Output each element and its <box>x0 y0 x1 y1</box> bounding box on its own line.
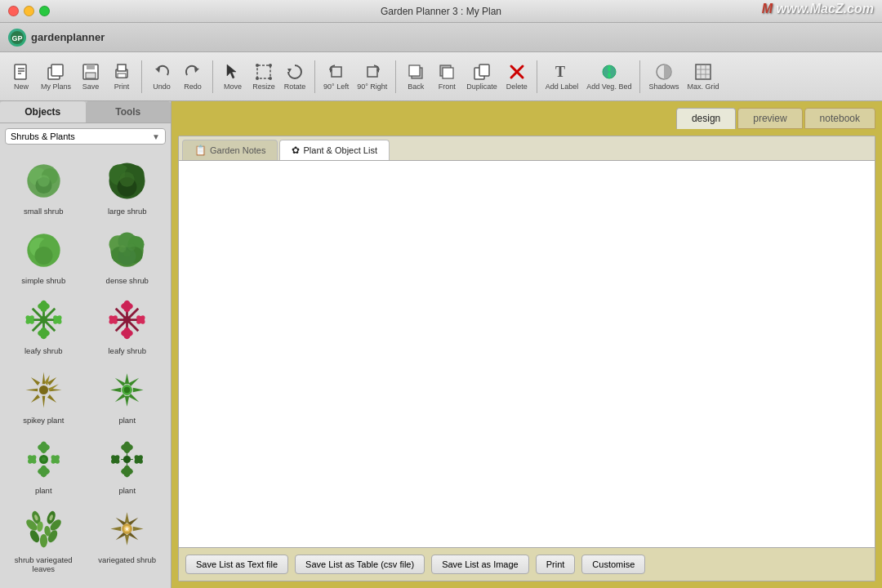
plant-icon-plant-dark <box>103 435 152 484</box>
svg-point-21 <box>269 77 272 80</box>
left-panel: Objects Tools Shrubs & Plants ▼ <box>0 101 172 588</box>
tool-undo[interactable]: Undo <box>147 60 176 93</box>
window-controls[interactable] <box>8 6 50 16</box>
plant-label-plant-flower-green: plant <box>35 486 52 495</box>
tool-new-label: New <box>14 83 29 91</box>
sep1 <box>141 60 142 93</box>
plant-icon-simple-shrub <box>19 225 68 274</box>
plant-item-cluster-darkred[interactable]: plant <box>87 581 168 588</box>
tool-addlabel[interactable]: T Add Label <box>542 60 582 93</box>
svg-marker-100 <box>31 377 40 385</box>
svg-point-134 <box>123 456 131 463</box>
plant-item-plant-flower-green[interactable]: plant <box>3 432 84 498</box>
category-dropdown[interactable]: Shrubs & Plants ▼ <box>5 128 166 145</box>
plant-item-leafy-shrub-green[interactable]: leafy shrub <box>3 292 84 359</box>
sep4 <box>395 60 396 93</box>
plant-label-simple-shrub: simple shrub <box>21 276 65 285</box>
objects-scroll[interactable]: small shrub large shrub <box>0 149 171 588</box>
svg-marker-110 <box>111 387 122 392</box>
plant-label-plant-green: plant <box>118 416 136 425</box>
tool-redo[interactable]: Redo <box>178 60 207 93</box>
plant-icon-plant-green <box>103 365 152 414</box>
plant-icon-large-shrub <box>103 156 152 205</box>
content-tab-garden-notes[interactable]: 📋 Garden Notes <box>182 140 278 160</box>
svg-marker-150 <box>125 535 130 546</box>
tab-objects[interactable]: Objects <box>0 101 86 122</box>
save-table-button[interactable]: Save List as Table (csv file) <box>295 555 425 574</box>
plant-label-variegated-shrub: variegated shrub <box>98 555 156 564</box>
close-button[interactable] <box>8 6 19 16</box>
plant-item-dense-shrub[interactable]: dense shrub <box>87 222 168 288</box>
svg-rect-7 <box>51 65 63 76</box>
svg-marker-106 <box>133 387 144 392</box>
tool-print[interactable]: Print <box>107 60 136 93</box>
view-tab-design[interactable]: design <box>676 108 736 129</box>
plant-item-small-shrub[interactable]: small shrub <box>3 153 84 219</box>
tool-back-label: Back <box>408 83 424 91</box>
save-image-button[interactable]: Save List as Image <box>431 555 529 574</box>
plant-item-variegated-shrub[interactable]: variegated shrub <box>87 501 168 577</box>
tool-delete[interactable]: Delete <box>502 60 532 93</box>
plant-icon-variegated-shrub <box>103 505 152 554</box>
customise-button[interactable]: Customise <box>581 555 645 574</box>
view-tab-preview[interactable]: preview <box>737 108 802 129</box>
svg-point-121 <box>26 453 38 465</box>
tool-maxgrid[interactable]: Max. Grid <box>684 60 722 93</box>
svg-point-103 <box>39 385 48 394</box>
plant-label-small-shrub: small shrub <box>24 207 64 216</box>
tool-rotate[interactable]: Rotate <box>280 60 310 93</box>
tool-move[interactable]: Move <box>218 60 247 93</box>
print-button[interactable]: Print <box>536 555 576 574</box>
tool-front-label: Front <box>439 83 456 91</box>
plant-item-large-shrub[interactable]: large shrub <box>87 153 168 219</box>
svg-point-117 <box>38 443 50 451</box>
plant-item-simple-shrub[interactable]: simple shrub <box>3 222 84 288</box>
tool-addvegbed-label: Add Veg. Bed <box>586 83 631 91</box>
app-name: gardenplanner <box>31 31 105 43</box>
svg-point-87 <box>121 303 133 310</box>
content-area: 📋 Garden Notes ✿ Plant & Object List Sav… <box>178 136 875 581</box>
tool-redo-label: Redo <box>184 83 202 91</box>
plant-item-spikey-plant[interactable]: spikey plant <box>3 362 84 428</box>
save-text-button[interactable]: Save List as Text file <box>185 555 288 574</box>
view-tab-notebook[interactable]: notebook <box>804 108 875 129</box>
tool-addvegbed[interactable]: Add Veg. Bed <box>583 60 635 93</box>
tool-front[interactable]: Front <box>432 60 461 93</box>
title-bar: Garden Planner 3 : My Plan M www.MacZ.co… <box>0 0 882 23</box>
tool-new[interactable]: New <box>7 60 36 93</box>
tool-90left[interactable]: 90° Left <box>320 60 352 93</box>
tool-myplans[interactable]: My Plans <box>38 60 74 93</box>
maximize-button[interactable] <box>39 6 50 16</box>
app-header: GP gardenplanner <box>0 23 882 52</box>
tool-print-label: Print <box>114 83 130 91</box>
svg-point-56 <box>34 247 52 265</box>
tool-90right[interactable]: 90° Right <box>354 60 390 93</box>
plant-icon-plant-flower-green <box>19 435 68 484</box>
svg-point-79 <box>40 316 47 323</box>
svg-rect-38 <box>696 65 710 79</box>
plant-item-plant-green[interactable]: plant <box>87 362 168 428</box>
minimize-button[interactable] <box>24 6 34 16</box>
plant-item-cluster-red[interactable]: plant <box>3 581 84 588</box>
app-logo: GP <box>8 29 26 47</box>
plant-item-plant-dark[interactable]: plant <box>87 432 168 498</box>
plant-item-shrub-variegated[interactable]: shrub variegated leaves <box>3 501 84 577</box>
dropdown-arrow-icon: ▼ <box>152 132 160 141</box>
tool-90right-label: 90° Right <box>357 83 387 91</box>
view-tabs: design preview notebook <box>676 108 875 129</box>
tool-save[interactable]: Save <box>76 60 105 93</box>
svg-point-18 <box>256 64 259 67</box>
svg-rect-25 <box>368 67 377 77</box>
tool-duplicate[interactable]: Duplicate <box>463 60 501 93</box>
svg-marker-109 <box>115 394 126 402</box>
svg-point-92 <box>123 316 131 323</box>
svg-marker-16 <box>227 65 236 78</box>
tab-tools[interactable]: Tools <box>86 101 172 122</box>
content-tab-plant-list[interactable]: ✿ Plant & Object List <box>279 140 390 160</box>
plant-item-leafy-shrub-red[interactable]: leafy shrub <box>87 292 168 359</box>
tool-resize[interactable]: Resize <box>249 60 278 93</box>
tool-back[interactable]: Back <box>401 60 430 93</box>
tool-shadows[interactable]: Shadows <box>645 60 682 93</box>
tool-90left-label: 90° Left <box>323 83 349 91</box>
sep5 <box>537 60 537 93</box>
